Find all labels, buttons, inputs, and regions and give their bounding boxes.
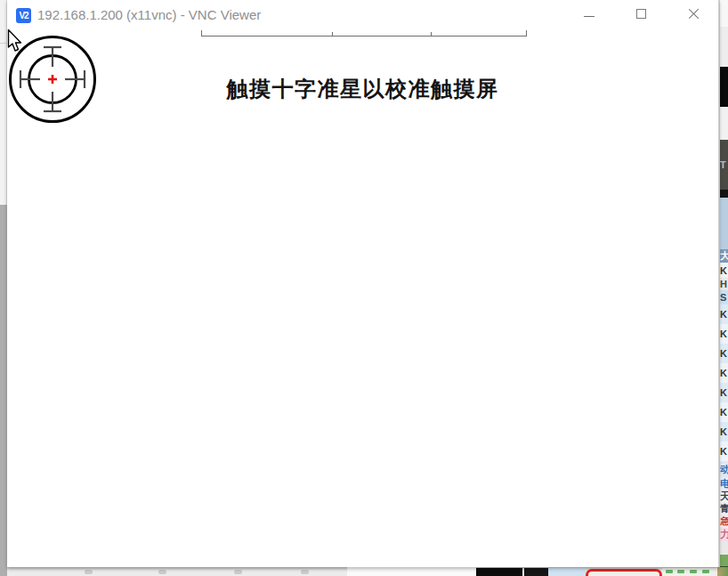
- background-black-block: [476, 568, 522, 576]
- watermark-mark: [234, 570, 242, 574]
- bg-strip-segment: S: [720, 290, 728, 304]
- bg-strip-segment: K: [720, 263, 728, 278]
- window-titlebar[interactable]: V2 192.168.1.200 (x11vnc) - VNC Viewer: [7, 0, 718, 28]
- bg-strip-segment: K: [720, 402, 728, 422]
- window-title: 192.168.1.200 (x11vnc) - VNC Viewer: [37, 7, 261, 22]
- bg-strip-segment: K: [720, 304, 728, 324]
- bg-strip-segment: [720, 27, 728, 67]
- background-black-block: [524, 568, 548, 576]
- watermark-mark: [85, 570, 93, 574]
- minimize-button[interactable]: [573, 0, 605, 27]
- mouse-cursor-icon: [7, 29, 23, 53]
- bg-strip-segment: 天: [720, 490, 728, 502]
- bg-strip-segment: 急: [720, 515, 728, 528]
- bg-strip-segment: [720, 107, 728, 140]
- bg-strip-segment: H: [720, 278, 728, 290]
- bg-strip-segment: T: [720, 140, 728, 190]
- bg-strip-segment: 动: [720, 461, 728, 477]
- close-icon: [688, 8, 700, 20]
- bg-strip-segment: [720, 190, 728, 198]
- background-bottom-strip: [7, 567, 728, 576]
- divider: [0, 43, 7, 44]
- bg-strip-segment: 电: [720, 477, 728, 490]
- bg-strip-segment: K: [720, 363, 728, 383]
- close-button[interactable]: [677, 0, 709, 27]
- background-green-text-block: [662, 568, 717, 576]
- bg-strip-segment: 力: [720, 528, 728, 541]
- background-blue-block: [548, 568, 586, 576]
- divider: [332, 32, 333, 36]
- watermark-mark: [158, 570, 166, 574]
- bg-strip-segment: [720, 555, 728, 566]
- background-window-left-edge: [0, 0, 7, 576]
- bg-strip-segment: [720, 198, 728, 249]
- remote-desktop-view: 触摸十字准星以校准触摸屏: [7, 28, 718, 567]
- bg-strip-segment: [720, 0, 728, 27]
- background-window-left-edge-bottom: [0, 205, 7, 576]
- minimize-icon: [584, 16, 595, 17]
- maximize-button[interactable]: [625, 0, 657, 27]
- bg-strip-segment: K: [720, 442, 728, 461]
- bg-strip-segment: K: [720, 422, 728, 442]
- background-color-block: [717, 567, 728, 576]
- red-highlight-box: [586, 569, 662, 576]
- maximize-icon: [636, 9, 646, 19]
- bg-strip-segment: [720, 541, 728, 555]
- vnc-app-icon[interactable]: V2: [16, 8, 31, 23]
- calibration-message: 触摸十字准星以校准触摸屏: [7, 75, 718, 103]
- bg-strip-segment: [720, 67, 728, 107]
- bg-strip-segment: 大: [720, 249, 728, 263]
- divider: [431, 32, 432, 36]
- bg-strip-segment: K: [720, 383, 728, 402]
- background-white-block: [347, 567, 476, 576]
- watermark-mark: [301, 570, 309, 574]
- background-window-left-edge-top: [0, 0, 7, 205]
- cutoff-input-box: [201, 30, 527, 37]
- bg-strip-segment: 青: [720, 502, 728, 515]
- bg-strip-segment: K: [720, 344, 728, 363]
- bg-strip-segment: K: [720, 324, 728, 344]
- vnc-viewer-window: V2 192.168.1.200 (x11vnc) - VNC Viewer: [7, 0, 719, 567]
- background-webpage-strip: T大KHSKKKKKKKK动电天青急力: [719, 0, 728, 576]
